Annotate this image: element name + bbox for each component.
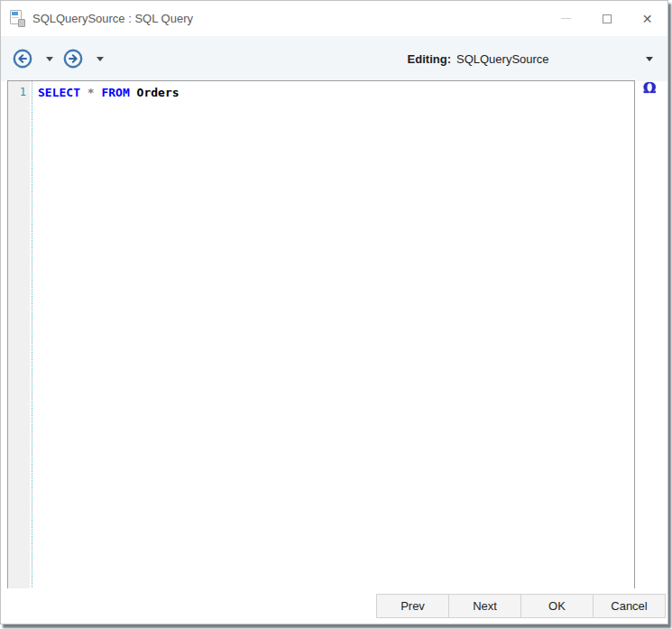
sql-identifier: Orders	[130, 86, 180, 99]
line-number: 1	[8, 86, 26, 98]
cancel-button[interactable]: Cancel	[593, 594, 666, 618]
line-number-gutter: 1	[8, 81, 30, 589]
gutter-divider	[32, 81, 32, 589]
window-title: SQLQuerySource : SQL Query	[32, 12, 193, 25]
sql-operator: *	[87, 86, 95, 99]
sql-editor[interactable]: 1 SELECT * FROM Orders	[7, 80, 635, 590]
close-icon: ✕	[642, 13, 653, 25]
chevron-down-icon	[646, 57, 653, 61]
editing-combobox[interactable]: SQLQuerySource	[456, 47, 657, 70]
window-controls: ✕	[546, 1, 667, 36]
document-icon	[10, 10, 25, 27]
editing-group: Editing: SQLQuerySource	[408, 47, 657, 70]
back-button[interactable]	[12, 48, 33, 69]
ok-button[interactable]: OK	[520, 594, 594, 618]
toolbar: Editing: SQLQuerySource	[1, 36, 667, 81]
close-button[interactable]: ✕	[627, 1, 667, 36]
back-dropdown-caret[interactable]	[46, 57, 53, 61]
maximize-icon	[603, 14, 612, 23]
titlebar: SQLQuerySource : SQL Query ✕	[1, 1, 667, 36]
sql-keyword: FROM	[101, 86, 129, 99]
sql-keyword: SELECT	[38, 86, 80, 99]
footer: Prev Next OK Cancel	[1, 588, 667, 624]
next-button[interactable]: Next	[448, 594, 521, 618]
prev-button[interactable]: Prev	[376, 594, 449, 618]
minimize-button[interactable]	[546, 1, 586, 36]
forward-arrow-circle-icon	[62, 48, 84, 69]
code-line: SELECT * FROM Orders	[38, 86, 634, 100]
code-area[interactable]: SELECT * FROM Orders	[30, 81, 634, 589]
minimize-icon	[561, 18, 571, 19]
omega-symbol-icon[interactable]: Ω	[643, 79, 656, 97]
editing-combobox-value: SQLQuerySource	[456, 52, 646, 66]
forward-dropdown-caret[interactable]	[97, 57, 104, 61]
maximize-button[interactable]	[586, 1, 627, 36]
back-arrow-circle-icon	[12, 48, 33, 69]
editing-label: Editing:	[408, 52, 451, 66]
forward-button[interactable]	[62, 48, 84, 69]
dialog-window: SQLQuerySource : SQL Query ✕	[0, 0, 668, 624]
